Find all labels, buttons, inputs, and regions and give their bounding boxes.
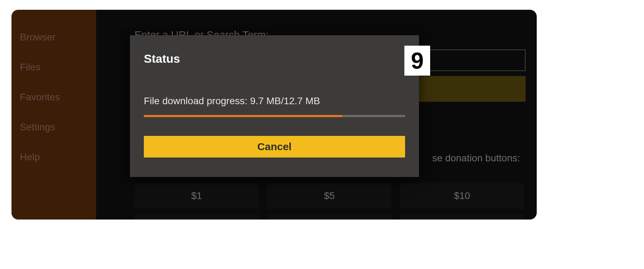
step-badge: 9 [404,46,430,76]
modal-title: Status [144,52,405,66]
progress-bar [144,115,405,117]
status-modal: Status File download progress: 9.7 MB/12… [130,35,419,177]
progress-label: File download progress: 9.7 MB/12.7 MB [144,95,405,107]
screenshot-canvas: Browser Files Favorites Settings Help En… [0,0,644,269]
progress-bar-fill [144,115,342,117]
cancel-button[interactable]: Cancel [144,136,405,157]
app-window: Browser Files Favorites Settings Help En… [11,10,537,220]
